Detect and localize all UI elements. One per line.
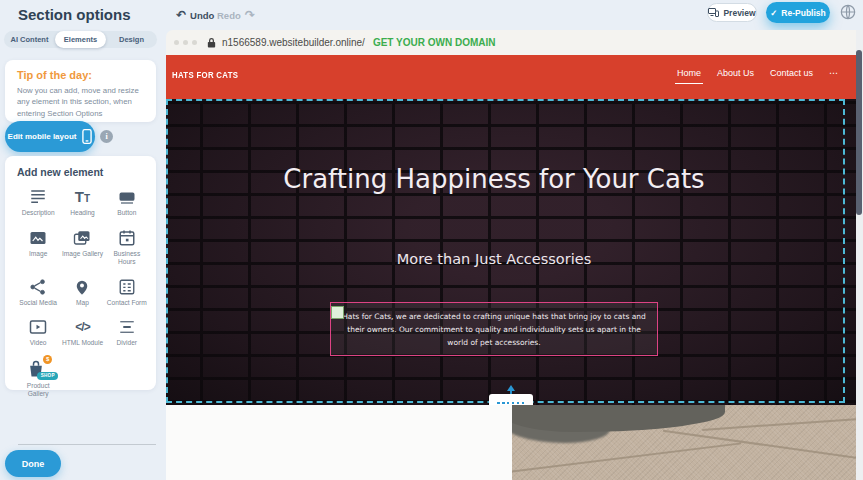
element-item-product-gallery[interactable]: $ SHOP Product Gallery	[17, 359, 59, 399]
carpet-seam	[512, 442, 741, 473]
undo-icon: ↶	[176, 8, 186, 22]
element-item-contact-form[interactable]: Contact Form	[106, 278, 148, 308]
devices-icon	[708, 8, 719, 17]
element-grid: Description TT Heading Button Image	[17, 188, 148, 399]
element-item-image[interactable]: Image	[17, 229, 59, 267]
contact-form-icon	[118, 278, 136, 296]
business-hours-icon	[118, 229, 136, 247]
arrow-up-icon	[507, 385, 515, 391]
info-glyph: i	[105, 132, 107, 141]
window-dots	[174, 40, 197, 45]
element-label: Contact Form	[107, 299, 147, 308]
element-item-business-hours[interactable]: Business Hours	[106, 229, 148, 267]
nav-contact-us[interactable]: Contact us	[770, 68, 813, 78]
tip-of-the-day-card: Tip of the day: Now you can add, move an…	[5, 60, 156, 122]
hero-subheading[interactable]: More than Just Accessories	[294, 251, 694, 267]
tab-label: Elements	[64, 35, 97, 44]
element-label: Divider	[117, 339, 138, 348]
element-item-image-gallery[interactable]: Image Gallery	[61, 229, 103, 267]
element-label: Heading	[70, 209, 95, 218]
tip-title: Tip of the day:	[17, 69, 144, 81]
element-item-social-media[interactable]: Social Media	[17, 278, 59, 308]
window-dot	[192, 40, 197, 45]
html-module-icon: </>	[75, 318, 89, 336]
element-item-divider[interactable]: Divider	[106, 318, 148, 348]
shop-badge: SHOP	[37, 372, 58, 380]
divider-icon	[118, 318, 136, 336]
tab-design[interactable]: Design	[106, 31, 157, 48]
globe-icon[interactable]	[840, 4, 856, 20]
social-media-icon	[29, 278, 47, 296]
product-badge-icon: $	[43, 355, 52, 364]
element-item-description[interactable]: Description	[17, 188, 59, 218]
next-section-photo	[512, 405, 856, 480]
carpet-seam	[663, 430, 856, 462]
hero-heading[interactable]: Crafting Happiness for Your Cats	[254, 161, 734, 198]
element-label: Product Gallery	[17, 382, 59, 399]
element-label: HTML Module	[62, 339, 103, 348]
element-drag-handle[interactable]	[331, 306, 344, 319]
edit-mobile-layout-button[interactable]: Edit mobile layout	[5, 121, 95, 152]
element-item-video[interactable]: Video	[17, 318, 59, 348]
tab-ai-content[interactable]: AI Content	[4, 31, 55, 48]
site-header: HATS FOR CATS Home About Us Contact us ⋯	[166, 55, 856, 99]
lock-icon	[207, 37, 216, 48]
element-label: Video	[30, 339, 47, 348]
product-gallery-icon: $ SHOP	[26, 359, 50, 379]
undo-button[interactable]: ↶ Undo	[176, 8, 214, 22]
add-element-title: Add new element	[17, 166, 148, 178]
redo-label: Redo	[217, 10, 241, 21]
carpet-seam	[702, 417, 856, 430]
element-label: Description	[22, 209, 55, 218]
element-label: Button	[117, 209, 136, 218]
tab-label: Design	[119, 35, 144, 44]
get-domain-link[interactable]: GET YOUR OWN DOMAIN	[373, 37, 496, 48]
nav-more-icon[interactable]: ⋯	[829, 68, 838, 78]
republish-button[interactable]: ✓ Re-Publish	[766, 2, 830, 23]
tab-elements[interactable]: Elements	[55, 31, 106, 48]
element-label: Image	[29, 250, 47, 259]
edit-mobile-label: Edit mobile layout	[8, 132, 77, 141]
url-text[interactable]: n1566589.websitebuilder.online/	[222, 37, 365, 48]
done-button[interactable]: Done	[5, 450, 61, 477]
app-window: Section options ↶ Undo Redo ↷ Preview ✓ …	[0, 0, 863, 480]
site-nav: Home About Us Contact us ⋯	[677, 68, 838, 78]
check-icon: ✓	[770, 8, 777, 18]
element-item-html-module[interactable]: </> HTML Module	[61, 318, 103, 348]
phone-icon	[82, 129, 92, 144]
scrollbar-thumb[interactable]	[856, 50, 862, 215]
selected-paragraph-box[interactable]: Hats for Cats, we are dedicated to craft…	[330, 302, 658, 356]
map-pin-icon	[73, 278, 91, 296]
nav-home[interactable]: Home	[677, 68, 701, 78]
preview-label: Preview	[723, 8, 755, 18]
grip-dots-icon	[497, 402, 525, 404]
element-label: Business Hours	[106, 250, 148, 267]
site-logo[interactable]: HATS FOR CATS	[172, 69, 238, 80]
heading-icon: TT	[75, 188, 90, 206]
hero-content: Crafting Happiness for Your Cats More th…	[166, 99, 822, 405]
redo-button[interactable]: Redo ↷	[217, 8, 255, 22]
nav-about-us[interactable]: About Us	[717, 68, 754, 78]
element-label: Social Media	[19, 299, 57, 308]
republish-label: Re-Publish	[781, 8, 825, 18]
element-item-map[interactable]: Map	[61, 278, 103, 308]
window-dot	[174, 40, 179, 45]
element-item-heading[interactable]: TT Heading	[61, 188, 103, 218]
element-label: Image Gallery	[62, 250, 103, 259]
undo-label: Undo	[190, 10, 214, 21]
video-icon	[29, 318, 47, 336]
done-label: Done	[22, 459, 45, 469]
description-icon	[29, 188, 47, 206]
tab-label: AI Content	[11, 35, 49, 44]
hero-paragraph[interactable]: Hats for Cats, we are dedicated to craft…	[340, 310, 648, 349]
info-icon[interactable]: i	[100, 130, 113, 143]
tip-body: Now you can add, move and resize any ele…	[17, 85, 144, 119]
element-item-button[interactable]: Button	[106, 188, 148, 218]
page-title: Section options	[18, 6, 131, 23]
preview-button[interactable]: Preview	[707, 3, 757, 22]
add-element-panel: Add new element Description TT Heading B…	[5, 156, 156, 390]
window-dot	[183, 40, 188, 45]
element-label: Map	[76, 299, 89, 308]
next-section-background	[166, 405, 512, 480]
image-gallery-icon	[73, 229, 91, 247]
